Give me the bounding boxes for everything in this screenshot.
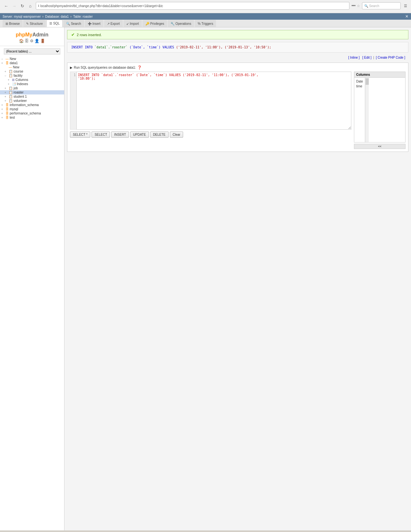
tab-triggers[interactable]: % Triggers — [195, 20, 216, 27]
edit-link[interactable]: [ Edit ] — [362, 56, 371, 59]
table-icon: 📋 — [9, 86, 13, 90]
tab-privileges[interactable]: 🔑 Privileges — [142, 20, 167, 27]
sidebar-item-job[interactable]: + 📋 job — [0, 86, 64, 90]
sidebar-item-roaster[interactable]: + 📋 roaster — [0, 90, 64, 94]
insert-icon: ➕ — [88, 22, 92, 25]
forward-button[interactable]: → — [11, 2, 18, 9]
breadcrumb-table[interactable]: Table: roaster — [73, 15, 93, 18]
columns-scrollbar[interactable] — [365, 78, 369, 142]
back-button[interactable]: ← — [3, 2, 10, 9]
delete-button[interactable]: DELETE — [150, 132, 169, 138]
bookmark-icon: ☆ — [357, 4, 360, 8]
address-text: localhost/phpmyadmin/tbl_change.php?db=d… — [40, 4, 347, 8]
tab-sql[interactable]: ☰ SQL — [46, 20, 63, 27]
sidebar-item-student1[interactable]: + 📋 student 1 — [0, 94, 64, 99]
sidebar-item-course[interactable]: + 📋 course — [0, 69, 64, 74]
sidebar-item-information-schema[interactable]: + 🗄 information_schema — [0, 103, 64, 107]
table-icon: 📋 — [9, 99, 13, 103]
recent-tables-dropdown[interactable]: (Recent tables) ... — [4, 48, 60, 54]
db-icon: 🗄 — [5, 112, 9, 115]
clear-button[interactable]: Clear — [170, 132, 183, 138]
table-icon: 📋 — [9, 74, 13, 77]
breadcrumb-database[interactable]: Database: data1 — [45, 15, 69, 18]
db-icon: 🗄 — [5, 103, 9, 107]
sidebar-item-mysql[interactable]: + 🗄 mysql — [0, 107, 64, 111]
address-bar[interactable]: ℹ localhost/phpmyadmin/tbl_change.php?db… — [36, 2, 349, 10]
collapse-columns-button[interactable]: << — [354, 144, 406, 149]
expand-icon: + — [1, 116, 5, 119]
home-button[interactable]: ⌂ — [27, 2, 34, 9]
sidebar-item-data1[interactable]: + 🗄 data1 — [0, 61, 64, 65]
structure-icon: ✎ — [26, 22, 29, 25]
triggers-icon: % — [198, 22, 201, 25]
sidebar-item-label: volunteer — [14, 99, 27, 103]
tab-search[interactable]: 🔍 Search — [63, 20, 84, 27]
settings-icon[interactable]: ⚙ — [30, 39, 34, 43]
content-area: ✔ 2 rows inserted. INSERT INTO `data1`.`… — [64, 27, 411, 530]
exit-icon[interactable]: 🚪 — [40, 39, 45, 43]
user-icon[interactable]: 👤 — [34, 39, 39, 43]
expand-icon: + — [5, 95, 8, 98]
tab-browse-label: Browse — [9, 22, 20, 25]
sidebar-item-facility-columns[interactable]: + ⊞ Columns — [0, 78, 64, 82]
sidebar-item-data1-new[interactable]: — New — [0, 65, 64, 69]
column-item-time[interactable]: time — [356, 84, 363, 89]
check-icon: ✔ — [71, 32, 75, 37]
help-icon[interactable]: ❓ — [137, 65, 142, 70]
tab-browse[interactable]: ⊞ Browse — [3, 20, 23, 27]
select-button[interactable]: SELECT — [92, 132, 110, 138]
insert-button[interactable]: INSERT — [111, 132, 129, 138]
index-icon: 📑 — [12, 82, 16, 86]
sidebar-item-label: Columns — [15, 78, 28, 82]
sidebar-item-volunteer[interactable]: + 📋 volunteer — [0, 99, 64, 103]
sidebar-item-facility-indexes[interactable]: + 📑 Indexes — [0, 82, 64, 86]
breadcrumb-server[interactable]: Server: mysql wampserver — [3, 15, 41, 18]
import-icon: ↙ — [126, 22, 129, 25]
search-icon: 🔍 — [66, 22, 70, 25]
sql-editor-icon[interactable]: 🗄 — [25, 39, 29, 43]
sql-columns-panel: Columns Date time — [354, 72, 406, 143]
tab-operations[interactable]: 🔧 Operations — [168, 20, 194, 27]
sidebar-item-label: course — [14, 70, 23, 73]
sql-editor-title-text: Run SQL query/queries on database data1: — [74, 66, 136, 69]
expand-icon: + — [8, 83, 11, 86]
tab-import[interactable]: ↙ Import — [123, 20, 142, 27]
home-icon[interactable]: 🏠 — [19, 39, 24, 43]
sql-keyword-insert: INSERT INTO — [71, 45, 93, 49]
operations-icon: 🔧 — [171, 22, 174, 25]
select-star-button[interactable]: SELECT * — [70, 132, 90, 138]
inline-link[interactable]: [ Inline ] — [348, 56, 360, 59]
sidebar-item-test[interactable]: + 🗄 test — [0, 115, 64, 120]
sql-editor-body: 1 INSERT INTO `data1`.`roaster` (`Date`,… — [70, 72, 406, 149]
expand-icon: + — [5, 70, 8, 73]
expand-icon: − — [1, 57, 5, 61]
expand-icon: − — [5, 74, 8, 77]
update-button[interactable]: UPDATE — [130, 132, 149, 138]
browser-toolbar: ← → ↻ ⌂ ℹ localhost/phpmyadmin/tbl_chang… — [3, 2, 408, 10]
sidebar: phpMyAdmin 🏠 🗄 ⚙ 👤 🚪 (Recent tables) ...… — [0, 27, 64, 530]
sidebar-item-new-root[interactable]: − — New — [0, 57, 64, 61]
db-icon: — — [5, 57, 9, 61]
sidebar-item-label: job — [14, 86, 18, 90]
expand-icon: + — [5, 87, 8, 90]
sidebar-item-label: mysql — [10, 107, 18, 111]
sidebar-item-facility[interactable]: − 📋 facility — [0, 74, 64, 78]
hamburger-button[interactable]: ☰ — [403, 3, 408, 9]
create-php-link[interactable]: [ Create PHP Code ] — [376, 56, 405, 59]
tab-structure[interactable]: ✎ Structure — [23, 20, 46, 27]
sql-textarea[interactable]: INSERT INTO `data1`.`roaster` (`Date`, `… — [76, 72, 351, 130]
column-item-date[interactable]: Date — [356, 79, 363, 84]
browser-search-bar[interactable]: 🔍 Search — [362, 2, 401, 9]
tab-insert[interactable]: ➕ Insert — [85, 20, 103, 27]
sidebar-item-performance-schema[interactable]: + 🗄 performance_schema — [0, 111, 64, 115]
tab-export[interactable]: ↗ Export — [104, 20, 123, 27]
reload-button[interactable]: ↻ — [19, 2, 26, 9]
table-icon: — — [9, 65, 12, 69]
tab-export-label: Export — [111, 22, 120, 25]
browser-menu-buttons: ☰ — [403, 3, 408, 9]
breadcrumb-close-button[interactable]: ✕ — [405, 14, 408, 19]
table-icon: 📋 — [9, 95, 13, 98]
db-selector[interactable]: (Recent tables) ... — [2, 47, 62, 55]
more-button[interactable]: ••• — [351, 4, 356, 8]
sidebar-item-label: information_schema — [10, 103, 39, 107]
